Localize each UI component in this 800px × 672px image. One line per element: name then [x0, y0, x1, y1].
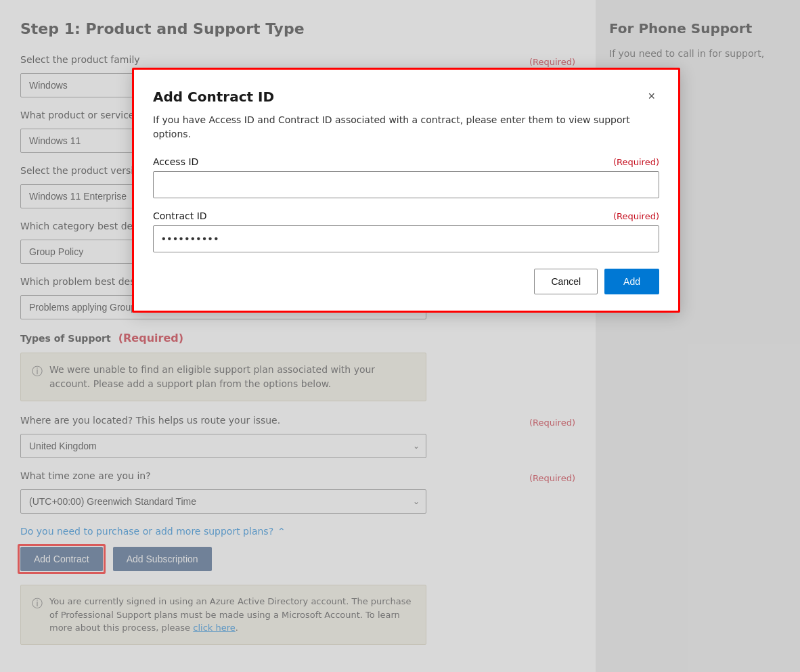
cancel-button[interactable]: Cancel [534, 269, 598, 294]
modal-close-button[interactable]: × [644, 89, 659, 104]
access-id-group: Access ID (Required) [153, 156, 659, 198]
access-id-input[interactable] [153, 171, 659, 198]
modal-header: Add Contract ID × [153, 89, 659, 105]
contract-id-label-row: Contract ID (Required) [153, 210, 659, 221]
contract-id-required: (Required) [613, 211, 659, 221]
contract-id-input[interactable] [153, 225, 659, 252]
add-button[interactable]: Add [604, 269, 659, 294]
modal-description: If you have Access ID and Contract ID as… [153, 113, 659, 141]
access-id-label: Access ID [153, 156, 198, 167]
access-id-required: (Required) [613, 157, 659, 167]
modal-title: Add Contract ID [153, 89, 274, 105]
modal-footer: Cancel Add [153, 269, 659, 294]
contract-id-group: Contract ID (Required) [153, 210, 659, 252]
contract-id-label: Contract ID [153, 210, 207, 221]
access-id-label-row: Access ID (Required) [153, 156, 659, 167]
add-contract-id-modal: Add Contract ID × If you have Access ID … [132, 68, 680, 313]
